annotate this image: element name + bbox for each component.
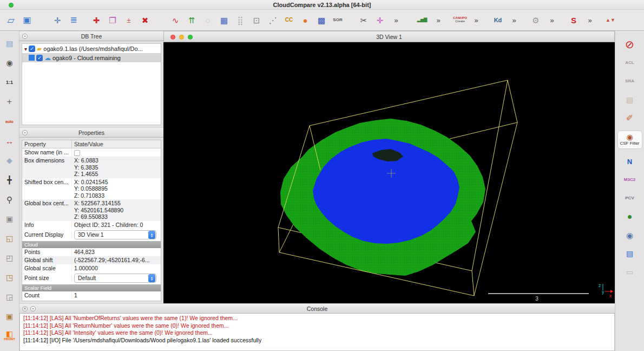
property-row: Shifted box cen... X: 0.0241545 Y: 0.058… [22,178,161,200]
render-screenshot-icon[interactable]: ▤ [2,37,17,49]
console-toggle-icon[interactable]: ≣ [67,12,80,28]
pcv-plugin-icon[interactable]: PCV [617,192,642,204]
canupo-create-icon[interactable]: CANUPO Create [454,12,466,28]
db-tree-panel: DB Tree ▰ ogako9.1.las (/Users/mdshafiqu… [19,31,163,127]
scale-bar-value: 3 [535,296,538,302]
csf-filter-icon[interactable]: ◉ CSF Filter [617,131,642,149]
db-tree-title: DB Tree [81,33,102,40]
merge-icon[interactable]: ± [122,12,135,28]
voxel-grid-icon[interactable]: ▦ [218,12,231,28]
zoom-in-icon[interactable]: + [2,96,17,108]
hough-normals-icon[interactable]: N [617,155,642,167]
viewport-3d[interactable]: 3 z y x [163,42,615,303]
perspective-box-icon[interactable]: ◆ [2,154,17,166]
layers-plugin-icon[interactable]: ▤ [617,248,642,259]
rdb-plugin-icon[interactable]: ◉ [617,229,642,241]
broom-plugin-icon[interactable]: ✐ [617,112,642,124]
properties-title: Properties [78,129,104,136]
zoom-on-selection-icon[interactable]: ✛ [51,12,64,28]
noise-filter-icon[interactable]: ⣿ [234,12,247,28]
visibility-checkbox[interactable] [36,55,43,61]
property-value: X: 0.0241545 Y: 0.0588895 Z: 0.710833 [72,178,161,200]
m3c2-plugin-icon[interactable]: M3C2 [617,174,642,186]
interpolate-icon[interactable]: ⋰ [266,12,279,28]
more-tools-chevron-5[interactable]: » [546,12,558,28]
front-label-icon[interactable]: ◧ FRONT [2,330,17,342]
point-cloud-scene: 3 z y x [163,42,615,303]
svg-text:z: z [599,283,601,288]
translate-rotate-icon[interactable]: ✛ [373,12,386,28]
property-row: Box dimensions X: 6.0883 Y: 6.3835 Z: 1.… [22,157,161,178]
back-view-icon[interactable]: ◰ [2,252,17,264]
cloud-icon: ☁ [44,55,51,61]
expander-icon[interactable] [24,46,27,52]
show-name-checkbox[interactable] [74,150,80,156]
sor-filter-icon[interactable]: SOR [331,12,344,28]
console-close-icon[interactable] [22,306,28,311]
compute-normals-icon[interactable]: ⇈ [185,12,198,28]
top-view-icon[interactable]: ▣ [2,213,17,225]
camera-icon[interactable]: ◉ [2,57,17,69]
property-value: 464,823 [72,248,161,256]
poisson-recon-icon[interactable]: ● [617,211,642,223]
cloud-mesh-distance-icon[interactable]: ▩ [315,12,328,28]
panel-detach-icon[interactable] [22,34,28,39]
acl-plugin-icon[interactable]: ACL [617,57,642,69]
octree-icon[interactable]: ◌ [201,12,214,28]
box-plugin-icon[interactable]: ▭ [617,266,642,278]
more-tools-chevron-6[interactable]: » [583,12,596,28]
more-tools-chevron-2[interactable]: » [432,12,445,28]
left-view-icon[interactable]: ◳ [2,271,17,283]
flip-arrows-icon[interactable]: ↔ [2,135,17,147]
console-message: [11:14:12] [LAS] All 'NumberOfReturns' v… [23,315,614,322]
bottom-view-icon[interactable]: ▣ [2,310,17,322]
auto-zoom-icon[interactable]: auto [2,115,17,127]
property-label: Info [22,221,72,229]
prohibit-icon[interactable]: ⊘ [617,38,642,50]
property-value: X: 522567.314155 Y: 4520161.548890 Z: 69… [72,199,161,221]
sra-plugin-icon[interactable]: SRA [617,75,642,87]
pan-axes-icon[interactable]: ╋ [2,174,17,186]
more-tools-chevron-4[interactable]: » [508,12,521,28]
console-detach-icon[interactable] [30,306,36,311]
more-tools-chevron-3[interactable]: » [470,12,483,28]
right-view-icon[interactable]: ◲ [2,291,17,303]
tree-item[interactable]: ☁ ogako9 - Cloud.remaining [22,53,161,62]
dropdown[interactable]: Default [74,274,156,283]
panel-detach-icon[interactable] [22,130,28,135]
property-row: Global shift (-522567.29;-4520161.49;-6.… [22,256,161,264]
qsra-icon[interactable]: S [567,12,580,28]
segment-icon[interactable]: ✂ [357,12,370,28]
histogram-icon[interactable]: ▂▅▇ [416,12,429,28]
cloud-cloud-distance-icon[interactable]: ● [299,12,312,28]
property-value: (-522567.29;-4520161.49;-6... [72,256,161,264]
console-message: [11:14:12] [I/O] File '/Users/mdshafiqul… [23,337,614,344]
svg-text:x: x [609,293,612,298]
sf-color-scale-icon[interactable]: ∿ [169,12,182,28]
column-header-value: State/Value [72,140,106,148]
front-view-icon[interactable]: ◱ [2,232,17,244]
property-row: Points 464,823 [22,248,161,256]
delete-icon[interactable]: ✖ [139,12,152,28]
fine-registration-icon[interactable]: CC [282,12,295,28]
mesh-tools-icon[interactable]: ⚙ [529,12,542,28]
visibility-checkbox[interactable] [29,46,35,52]
facets-plugin-icon[interactable]: ▤ [617,94,642,106]
dropdown[interactable]: 3D View 1 [74,230,156,239]
clone-icon[interactable]: ❐ [106,12,119,28]
apply-transformation-icon[interactable]: ✚ [90,12,103,28]
property-label: Global shift [22,256,72,264]
save-icon[interactable]: ▣ [21,12,34,28]
magnifier-icon[interactable]: ⚲ [2,193,17,205]
tree-item[interactable]: ▰ ogako9.1.las (/Users/mdshafiqul/Do... [22,44,161,53]
open-icon[interactable]: ▱ [4,12,17,28]
console-log[interactable]: [11:14:12] [LAS] All 'NumberOfReturns' v… [19,314,615,351]
property-label: Global scale [22,264,72,272]
rasterize-icon[interactable]: ⊡ [250,12,263,28]
zoom-1-1-icon[interactable]: 1:1 [2,76,17,88]
kd-tree-icon[interactable]: Kd [491,12,504,28]
ransac-shapes-icon[interactable]: ▲▼ [604,12,617,28]
property-row: Count 1 [22,291,161,300]
view3d-title: 3D View 1 [164,31,614,42]
more-tools-chevron-1[interactable]: » [390,12,403,28]
